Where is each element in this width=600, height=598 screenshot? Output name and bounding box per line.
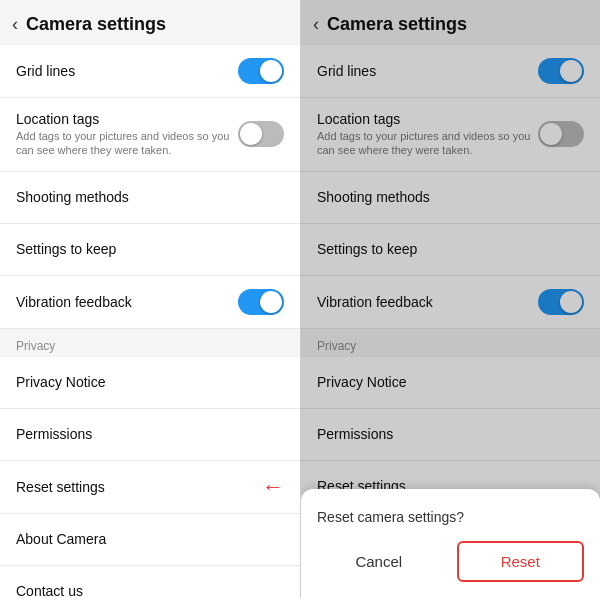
left-about-camera-label: About Camera bbox=[16, 531, 106, 547]
left-header: ‹ Camera settings bbox=[0, 0, 300, 45]
dialog-title: Reset camera settings? bbox=[317, 509, 584, 525]
dialog-overlay: Reset camera settings? Cancel Reset bbox=[301, 0, 600, 598]
left-location-tags-sublabel: Add tags to your pictures and videos so … bbox=[16, 129, 238, 158]
left-location-tags-toggle-knob bbox=[240, 123, 262, 145]
left-permissions-label: Permissions bbox=[16, 426, 92, 442]
left-privacy-notice-label: Privacy Notice bbox=[16, 374, 105, 390]
left-back-button[interactable]: ‹ bbox=[12, 14, 18, 35]
left-location-tags-label: Location tags bbox=[16, 111, 238, 127]
cancel-button[interactable]: Cancel bbox=[317, 541, 441, 582]
left-contact-us-item[interactable]: Contact us bbox=[0, 566, 300, 598]
reset-dialog: Reset camera settings? Cancel Reset bbox=[301, 489, 600, 598]
left-shooting-methods-item[interactable]: Shooting methods bbox=[0, 172, 300, 224]
left-settings-list: Grid lines Location tags Add tags to you… bbox=[0, 45, 300, 598]
left-privacy-section-header: Privacy bbox=[0, 329, 300, 357]
left-vibration-feedback-label: Vibration feedback bbox=[16, 294, 238, 310]
left-location-tags-item[interactable]: Location tags Add tags to your pictures … bbox=[0, 98, 300, 172]
left-grid-lines-toggle[interactable] bbox=[238, 58, 284, 84]
left-grid-lines-label: Grid lines bbox=[16, 63, 238, 79]
left-vibration-feedback-toggle[interactable] bbox=[238, 289, 284, 315]
left-vibration-feedback-item[interactable]: Vibration feedback bbox=[0, 276, 300, 329]
dialog-buttons: Cancel Reset bbox=[317, 541, 584, 582]
left-page-title: Camera settings bbox=[26, 14, 166, 35]
reset-button[interactable]: Reset bbox=[457, 541, 585, 582]
left-privacy-notice-item[interactable]: Privacy Notice bbox=[0, 357, 300, 409]
left-vibration-feedback-toggle-knob bbox=[260, 291, 282, 313]
right-panel: ‹ Camera settings Grid lines Location ta… bbox=[300, 0, 600, 598]
left-reset-arrow-icon: ← bbox=[262, 474, 284, 500]
left-contact-us-label: Contact us bbox=[16, 583, 83, 598]
left-about-camera-item[interactable]: About Camera bbox=[0, 514, 300, 566]
left-settings-to-keep-item[interactable]: Settings to keep bbox=[0, 224, 300, 276]
left-reset-settings-label: Reset settings bbox=[16, 479, 105, 495]
left-location-tags-toggle[interactable] bbox=[238, 121, 284, 147]
left-panel: ‹ Camera settings Grid lines Location ta… bbox=[0, 0, 300, 598]
left-reset-settings-item[interactable]: Reset settings ← bbox=[0, 461, 300, 514]
left-permissions-item[interactable]: Permissions bbox=[0, 409, 300, 461]
left-settings-to-keep-label: Settings to keep bbox=[16, 241, 284, 257]
left-grid-lines-item[interactable]: Grid lines bbox=[0, 45, 300, 98]
left-shooting-methods-label: Shooting methods bbox=[16, 189, 284, 205]
left-grid-lines-toggle-knob bbox=[260, 60, 282, 82]
